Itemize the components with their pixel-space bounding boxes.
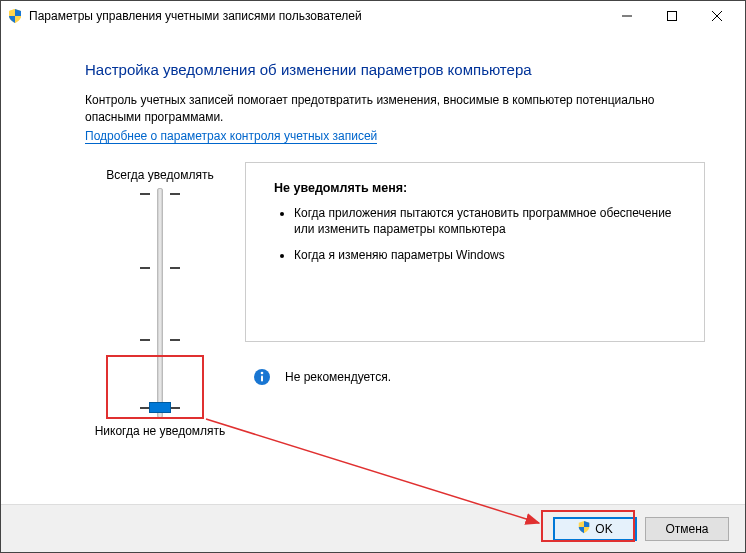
cancel-label: Отмена (665, 522, 708, 536)
list-item: Когда приложения пытаются установить про… (294, 205, 684, 237)
slider-label-always: Всегда уведомлять (85, 168, 235, 182)
ok-button[interactable]: OK (553, 517, 637, 541)
maximize-button[interactable] (649, 1, 694, 31)
page-heading: Настройка уведомления об изменении парам… (85, 61, 705, 78)
uac-shield-icon (7, 8, 23, 24)
content-area: Настройка уведомления об изменении парам… (1, 31, 745, 438)
info-icon (253, 368, 271, 386)
slider-track[interactable] (157, 188, 163, 418)
close-button[interactable] (694, 1, 739, 31)
notification-slider-area: Всегда уведомлять Никогда не уведомлять (85, 162, 235, 438)
panel-column: Не уведомлять меня: Когда приложения пыт… (245, 162, 705, 438)
learn-more-link[interactable]: Подробнее о параметрах контроля учетных … (85, 129, 377, 144)
uac-shield-icon (577, 520, 591, 537)
window-controls (604, 1, 739, 31)
slider-tick (140, 193, 180, 195)
slider-thumb[interactable] (149, 402, 171, 413)
panel-list: Когда приложения пытаются установить про… (278, 205, 684, 264)
slider-tick (140, 267, 180, 269)
svg-rect-6 (261, 375, 263, 381)
warning-text: Не рекомендуется. (285, 370, 391, 384)
svg-rect-1 (667, 12, 676, 21)
dialog-footer: OK Отмена (1, 504, 745, 552)
body-row: Всегда уведомлять Никогда не уведомлять … (85, 162, 705, 438)
list-item: Когда я изменяю параметры Windows (294, 247, 684, 263)
minimize-button[interactable] (604, 1, 649, 31)
titlebar: Параметры управления учетными записями п… (1, 1, 745, 31)
ok-label: OK (595, 522, 612, 536)
slider-tick (140, 339, 180, 341)
page-description: Контроль учетных записей помогает предот… (85, 92, 705, 126)
warning-row: Не рекомендуется. (245, 368, 705, 386)
panel-title: Не уведомлять меня: (274, 181, 684, 195)
window-title: Параметры управления учетными записями п… (29, 9, 604, 23)
slider-label-never: Никогда не уведомлять (85, 424, 235, 438)
uac-settings-window: Параметры управления учетными записями п… (0, 0, 746, 553)
cancel-button[interactable]: Отмена (645, 517, 729, 541)
svg-point-5 (261, 371, 264, 374)
notification-level-panel: Не уведомлять меня: Когда приложения пыт… (245, 162, 705, 342)
